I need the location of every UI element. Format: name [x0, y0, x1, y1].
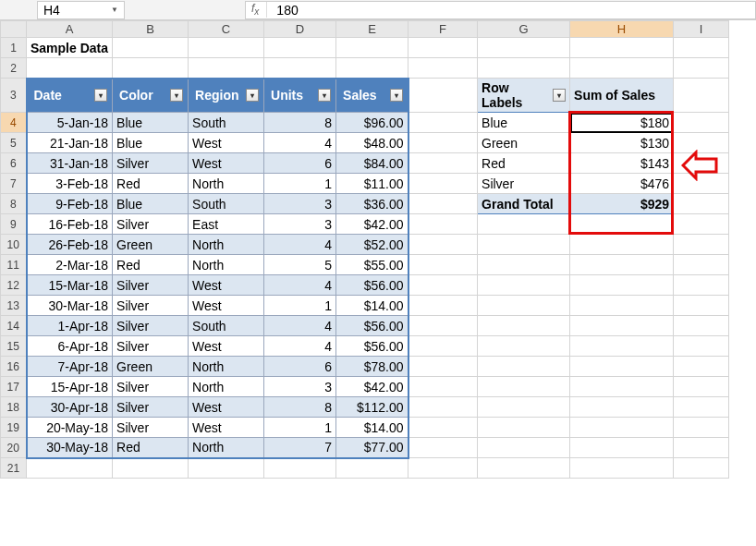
cell-B20[interactable]: Red [113, 438, 189, 458]
cell-E6[interactable]: $84.00 [336, 153, 408, 174]
cell-I12[interactable] [674, 275, 729, 296]
cell-H2[interactable] [570, 58, 674, 79]
cell-D7[interactable]: 1 [264, 174, 336, 194]
cell-E1[interactable] [336, 38, 408, 58]
cell-I6[interactable] [674, 153, 729, 174]
cell-I13[interactable] [674, 296, 729, 316]
filter-button[interactable]: ▾ [94, 89, 107, 102]
cell-I15[interactable] [674, 336, 729, 357]
cell-F19[interactable] [408, 418, 478, 438]
cell-G13[interactable] [478, 296, 570, 316]
column-header-I[interactable]: I [674, 21, 729, 38]
cell-C20[interactable]: North [189, 438, 264, 458]
cell-E16[interactable]: $78.00 [336, 357, 408, 377]
cell-B10[interactable]: Green [113, 235, 189, 255]
column-header-A[interactable]: A [27, 21, 113, 38]
cell-I11[interactable] [674, 255, 729, 275]
cell-H9[interactable] [570, 214, 674, 235]
filter-button[interactable]: ▾ [318, 89, 331, 102]
cell-H3[interactable]: Sum of Sales [570, 79, 674, 113]
cell-D5[interactable]: 4 [264, 133, 336, 153]
cell-F8[interactable] [408, 194, 478, 214]
cell-E15[interactable]: $56.00 [336, 336, 408, 357]
cell-I21[interactable] [674, 458, 729, 479]
cell-G19[interactable] [478, 418, 570, 438]
cell-C9[interactable]: East [189, 214, 264, 235]
cell-G11[interactable] [478, 255, 570, 275]
row-header-10[interactable]: 10 [1, 235, 27, 255]
filter-button[interactable]: ▾ [553, 89, 566, 102]
row-header-15[interactable]: 15 [1, 336, 27, 357]
cell-C18[interactable]: West [189, 397, 264, 418]
cell-E20[interactable]: $77.00 [336, 438, 408, 458]
cell-G6[interactable]: Red [478, 153, 570, 174]
cell-A1[interactable]: Sample Data [27, 38, 113, 58]
cell-D3[interactable]: Units▾ [264, 79, 336, 113]
row-header-17[interactable]: 17 [1, 377, 27, 397]
cell-B9[interactable]: Silver [113, 214, 189, 235]
cell-D17[interactable]: 3 [264, 377, 336, 397]
cell-A17[interactable]: 15-Apr-18 [27, 377, 113, 397]
cell-D11[interactable]: 5 [264, 255, 336, 275]
row-header-3[interactable]: 3 [1, 79, 27, 113]
cell-I20[interactable] [674, 438, 729, 458]
cell-F9[interactable] [408, 214, 478, 235]
cell-I16[interactable] [674, 357, 729, 377]
cell-B13[interactable]: Silver [113, 296, 189, 316]
cell-B5[interactable]: Blue [113, 133, 189, 153]
cell-C14[interactable]: South [189, 316, 264, 336]
cell-H8[interactable]: $929 [570, 194, 674, 214]
row-header-7[interactable]: 7 [1, 174, 27, 194]
cell-H14[interactable] [570, 316, 674, 336]
cell-F3[interactable] [408, 79, 478, 113]
cell-C19[interactable]: West [189, 418, 264, 438]
cell-H12[interactable] [570, 275, 674, 296]
cell-G8[interactable]: Grand Total [478, 194, 570, 214]
cell-I3[interactable] [674, 79, 729, 113]
cell-A2[interactable] [27, 58, 113, 79]
row-header-5[interactable]: 5 [1, 133, 27, 153]
cell-C4[interactable]: South [189, 113, 264, 133]
cell-E9[interactable]: $42.00 [336, 214, 408, 235]
cell-C1[interactable] [189, 38, 264, 58]
cell-B15[interactable]: Silver [113, 336, 189, 357]
cell-G3[interactable]: Row Labels▾ [478, 79, 570, 113]
cell-H5[interactable]: $130 [570, 133, 674, 153]
cell-E14[interactable]: $56.00 [336, 316, 408, 336]
cell-D4[interactable]: 8 [264, 113, 336, 133]
cell-B16[interactable]: Green [113, 357, 189, 377]
cell-I14[interactable] [674, 316, 729, 336]
cell-H15[interactable] [570, 336, 674, 357]
row-header-9[interactable]: 9 [1, 214, 27, 235]
cell-I4[interactable] [674, 113, 729, 133]
row-header-2[interactable]: 2 [1, 58, 27, 79]
cell-F21[interactable] [408, 458, 478, 479]
cell-A9[interactable]: 16-Feb-18 [27, 214, 113, 235]
row-header-20[interactable]: 20 [1, 438, 27, 458]
cell-H6[interactable]: $143 [570, 153, 674, 174]
cell-G17[interactable] [478, 377, 570, 397]
cell-E5[interactable]: $48.00 [336, 133, 408, 153]
cell-F13[interactable] [408, 296, 478, 316]
cell-G12[interactable] [478, 275, 570, 296]
cell-C7[interactable]: North [189, 174, 264, 194]
row-header-6[interactable]: 6 [1, 153, 27, 174]
cell-H21[interactable] [570, 458, 674, 479]
cell-C6[interactable]: West [189, 153, 264, 174]
cell-F15[interactable] [408, 336, 478, 357]
cell-D21[interactable] [264, 458, 336, 479]
cell-G21[interactable] [478, 458, 570, 479]
cell-B6[interactable]: Silver [113, 153, 189, 174]
cell-B21[interactable] [113, 458, 189, 479]
cell-H17[interactable] [570, 377, 674, 397]
cell-A8[interactable]: 9-Feb-18 [27, 194, 113, 214]
cell-C15[interactable]: West [189, 336, 264, 357]
cell-E4[interactable]: $96.00 [336, 113, 408, 133]
cell-G4[interactable]: Blue [478, 113, 570, 133]
cell-D6[interactable]: 6 [264, 153, 336, 174]
cell-C5[interactable]: West [189, 133, 264, 153]
cell-C17[interactable]: North [189, 377, 264, 397]
cell-F17[interactable] [408, 377, 478, 397]
cell-B4[interactable]: Blue [113, 113, 189, 133]
cell-A20[interactable]: 30-May-18 [27, 438, 113, 458]
